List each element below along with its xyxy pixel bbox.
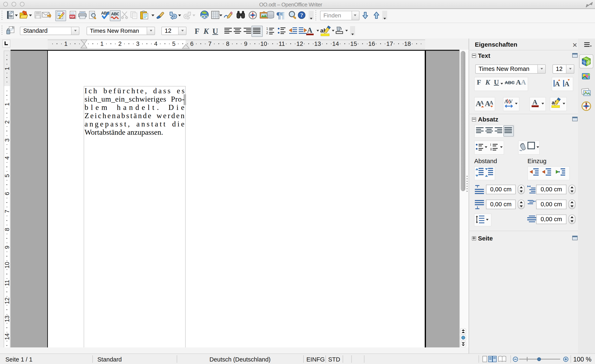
svg-text:¶: ¶ [276, 10, 281, 20]
svg-text:A: A [555, 80, 560, 88]
svg-text:A: A [489, 100, 493, 106]
svg-text:A: A [480, 100, 484, 106]
svg-text:?: ? [300, 12, 303, 18]
svg-text:A: A [564, 80, 569, 88]
svg-text:ABC: ABC [111, 12, 119, 16]
svg-text:2: 2 [266, 31, 268, 35]
svg-text:I: I [490, 143, 491, 147]
svg-text:¶: ¶ [280, 10, 284, 20]
svg-text:N: N [586, 102, 587, 105]
svg-text:1: 1 [266, 27, 268, 30]
svg-text:II: II [490, 148, 492, 151]
svg-text:PDF: PDF [70, 15, 75, 18]
